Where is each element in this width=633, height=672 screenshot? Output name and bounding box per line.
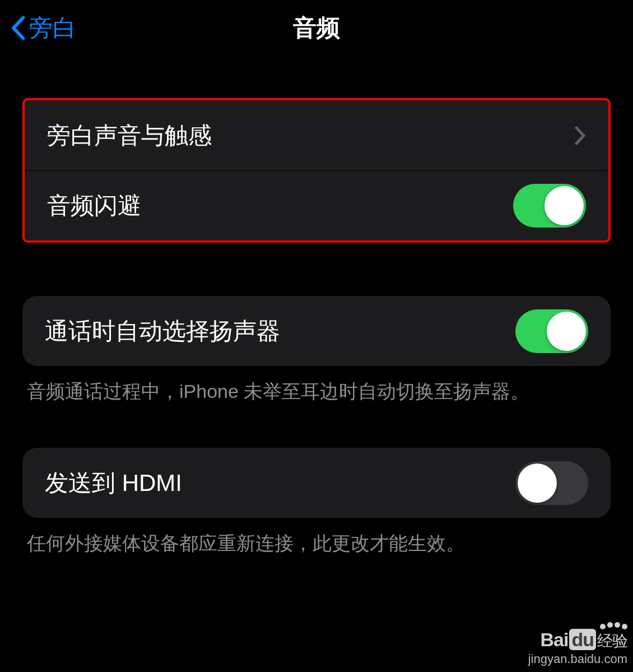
back-button[interactable]: 旁白	[11, 12, 76, 44]
row-label: 发送到 HDMI	[45, 467, 182, 499]
watermark: Baidu经验 jingyan.baidu.com	[528, 622, 627, 666]
back-label: 旁白	[29, 12, 76, 44]
toggle-send-to-hdmi[interactable]	[515, 461, 588, 505]
row-send-to-hdmi[interactable]: 发送到 HDMI	[22, 448, 611, 518]
row-auto-select-speaker[interactable]: 通话时自动选择扬声器	[22, 296, 611, 366]
settings-group-speaker: 通话时自动选择扬声器	[22, 296, 611, 366]
chevron-right-icon	[575, 126, 586, 145]
settings-group-hdmi: 发送到 HDMI	[22, 448, 611, 518]
row-label: 通话时自动选择扬声器	[45, 316, 280, 347]
nav-header: 旁白 音频	[0, 0, 633, 56]
toggle-auto-select-speaker[interactable]	[515, 309, 588, 353]
toggle-knob	[547, 312, 586, 351]
toggle-audio-ducking[interactable]	[513, 184, 586, 228]
chevron-left-icon	[11, 16, 25, 40]
toggle-knob	[544, 186, 584, 225]
baidu-logo: Baidu经验	[541, 629, 627, 652]
row-voiceover-sounds-haptics[interactable]: 旁白声音与触感	[25, 100, 608, 170]
page-title: 音频	[293, 12, 340, 44]
row-label: 音频闪避	[47, 190, 141, 221]
settings-group-sounds: 旁白声音与触感 音频闪避	[22, 98, 611, 243]
toggle-knob	[518, 464, 557, 503]
footer-hdmi-description: 任何外接媒体设备都应重新连接，此更改才能生效。	[0, 518, 633, 558]
paw-icon	[600, 622, 627, 628]
watermark-url: jingyan.baidu.com	[528, 652, 627, 666]
row-audio-ducking[interactable]: 音频闪避	[25, 170, 608, 240]
row-label: 旁白声音与触感	[47, 120, 212, 151]
footer-speaker-description: 音频通话过程中，iPhone 未举至耳边时自动切换至扬声器。	[0, 366, 633, 406]
